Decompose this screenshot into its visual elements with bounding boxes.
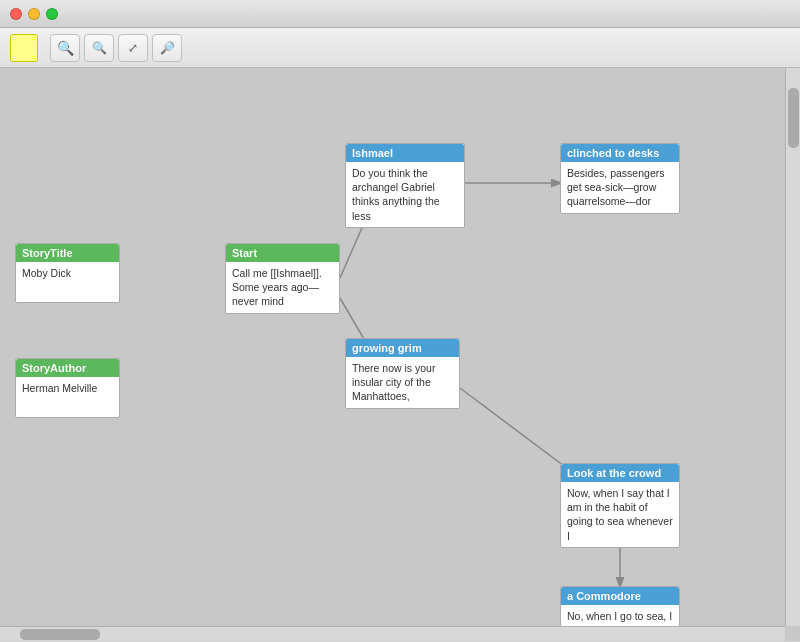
- close-button[interactable]: [10, 8, 22, 20]
- maximize-button[interactable]: [46, 8, 58, 20]
- passage-Look_at_the_crowd[interactable]: Look at the crowdNow, when I say that I …: [560, 463, 680, 548]
- passage-header-clinched_to_desks: clinched to desks: [561, 144, 679, 162]
- vertical-scrollbar[interactable]: [785, 68, 800, 626]
- passage-header-Start: Start: [226, 244, 339, 262]
- passage-header-a_Commodore: a Commodore: [561, 587, 679, 605]
- note-button[interactable]: [10, 34, 38, 62]
- passage-header-StoryTitle: StoryTitle: [16, 244, 119, 262]
- passage-header-Ishmael: Ishmael: [346, 144, 464, 162]
- vertical-scrollbar-thumb[interactable]: [788, 88, 799, 148]
- horizontal-scrollbar[interactable]: [0, 626, 785, 641]
- passage-body-growing_grim: There now is your insular city of the Ma…: [346, 357, 459, 408]
- canvas[interactable]: StoryTitleMoby DickStoryAuthorHerman Mel…: [0, 68, 800, 641]
- passage-body-StoryAuthor: Herman Melville: [16, 377, 119, 417]
- window-controls: [10, 8, 58, 20]
- horizontal-scrollbar-thumb[interactable]: [20, 629, 100, 640]
- zoom-out-button[interactable]: 🔍: [84, 34, 114, 62]
- passage-Ishmael[interactable]: IshmaelDo you think the archangel Gabrie…: [345, 143, 465, 228]
- passage-body-Ishmael: Do you think the archangel Gabriel think…: [346, 162, 464, 227]
- passage-body-clinched_to_desks: Besides, passengers get sea-sick—grow qu…: [561, 162, 679, 213]
- titlebar: [0, 0, 800, 28]
- passage-clinched_to_desks[interactable]: clinched to desksBesides, passengers get…: [560, 143, 680, 214]
- minimize-button[interactable]: [28, 8, 40, 20]
- zoom-actual-button[interactable]: 🔎: [152, 34, 182, 62]
- passage-header-Look_at_the_crowd: Look at the crowd: [561, 464, 679, 482]
- zoom-fit-icon: ⤢: [128, 41, 138, 55]
- passage-body-Start: Call me [[Ishmael]]. Some years ago—neve…: [226, 262, 339, 313]
- passage-body-Look_at_the_crowd: Now, when I say that I am in the habit o…: [561, 482, 679, 547]
- passage-header-growing_grim: growing grim: [346, 339, 459, 357]
- passage-growing_grim[interactable]: growing grimThere now is your insular ci…: [345, 338, 460, 409]
- passage-StoryTitle[interactable]: StoryTitleMoby Dick: [15, 243, 120, 303]
- zoom-actual-icon: 🔎: [160, 41, 175, 55]
- passage-Start[interactable]: StartCall me [[Ishmael]]. Some years ago…: [225, 243, 340, 314]
- passage-body-StoryTitle: Moby Dick: [16, 262, 119, 302]
- toolbar: 🔍 🔍 ⤢ 🔎: [0, 28, 800, 68]
- passage-header-StoryAuthor: StoryAuthor: [16, 359, 119, 377]
- zoom-in-icon: 🔍: [57, 40, 74, 56]
- zoom-in-button[interactable]: 🔍: [50, 34, 80, 62]
- zoom-fit-button[interactable]: ⤢: [118, 34, 148, 62]
- passage-StoryAuthor[interactable]: StoryAuthorHerman Melville: [15, 358, 120, 418]
- zoom-out-icon: 🔍: [92, 41, 107, 55]
